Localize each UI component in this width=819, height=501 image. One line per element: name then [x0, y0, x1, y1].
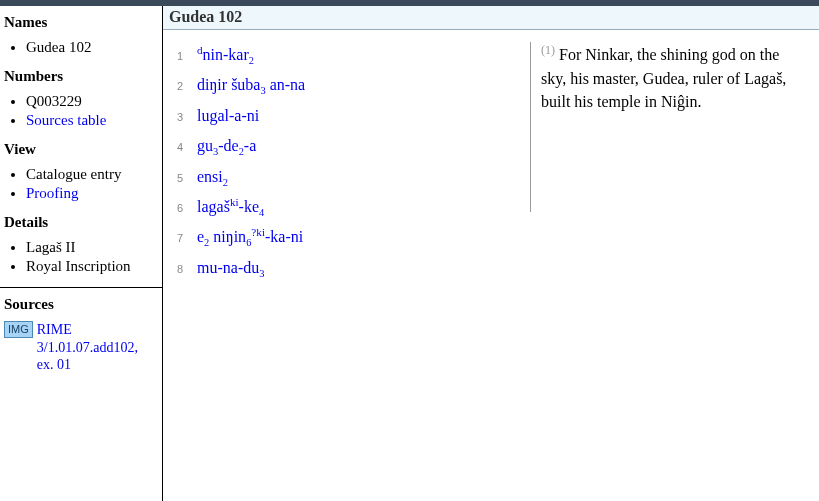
line-number: 4: [169, 137, 197, 158]
translit-text[interactable]: dnin-kar2: [197, 40, 254, 70]
translation-text: For Ninkar, the shining god on the sky, …: [541, 46, 786, 109]
translit-text[interactable]: ensi2: [197, 162, 228, 192]
translit-row: 3lugal-a-ni: [169, 101, 530, 131]
translit-text[interactable]: e2 niŋin6?ki-ka-ni: [197, 222, 303, 252]
translit-text[interactable]: lagaški-ke4: [197, 192, 264, 222]
details-item: Lagaš II: [26, 239, 156, 256]
line-number: 5: [169, 168, 197, 189]
translit-text[interactable]: gu3-de2-a: [197, 131, 256, 161]
translation-column: (1)For Ninkar, the shining god on the sk…: [533, 40, 817, 501]
translit-text[interactable]: diŋir šuba3 an-na: [197, 70, 305, 100]
names-list: Gudea 102: [4, 39, 156, 56]
line-number: 1: [169, 46, 197, 67]
view-item: Proofing: [26, 185, 156, 202]
translit-text[interactable]: mu-na-du3: [197, 253, 264, 283]
main: Gudea 102 1dnin-kar22diŋir šuba3 an-na3l…: [163, 6, 819, 501]
source-link[interactable]: RIME 3/1.01.07.add102, ex. 01: [37, 321, 156, 374]
view-list: Catalogue entry Proofing: [4, 166, 156, 202]
translit-row: 6lagaški-ke4: [169, 192, 530, 222]
img-badge[interactable]: IMG: [4, 321, 33, 338]
numbers-item: Q003229: [26, 93, 156, 110]
view-heading: View: [4, 141, 156, 158]
line-number: 3: [169, 107, 197, 128]
sidebar: Names Gudea 102 Numbers Q003229 Sources …: [0, 6, 163, 501]
sources-table-link[interactable]: Sources table: [26, 112, 106, 128]
details-list: Lagaš II Royal Inscription: [4, 239, 156, 275]
line-number: 7: [169, 228, 197, 249]
translation-marker: (1): [541, 43, 555, 57]
translit-row: 8mu-na-du3: [169, 253, 530, 283]
sidebar-divider: [0, 287, 162, 288]
translit-text[interactable]: lugal-a-ni: [197, 101, 259, 131]
details-heading: Details: [4, 214, 156, 231]
doc-title-bar: Gudea 102: [163, 6, 819, 30]
view-item: Catalogue entry: [26, 166, 156, 183]
source-row: IMG RIME 3/1.01.07.add102, ex. 01: [4, 321, 156, 374]
line-number: 8: [169, 259, 197, 280]
proofing-link[interactable]: Proofing: [26, 185, 79, 201]
details-item: Royal Inscription: [26, 258, 156, 275]
translit-row: 1dnin-kar2: [169, 40, 530, 70]
column-separator: [530, 42, 531, 212]
layout: Names Gudea 102 Numbers Q003229 Sources …: [0, 6, 819, 501]
transliteration-column: 1dnin-kar22diŋir šuba3 an-na3lugal-a-ni4…: [165, 40, 530, 501]
line-number: 6: [169, 198, 197, 219]
translit-row: 2diŋir šuba3 an-na: [169, 70, 530, 100]
numbers-list: Q003229 Sources table: [4, 93, 156, 129]
names-heading: Names: [4, 14, 156, 31]
names-item: Gudea 102: [26, 39, 156, 56]
translit-row: 7e2 niŋin6?ki-ka-ni: [169, 222, 530, 252]
line-number: 2: [169, 76, 197, 97]
numbers-heading: Numbers: [4, 68, 156, 85]
numbers-item: Sources table: [26, 112, 156, 129]
content: 1dnin-kar22diŋir šuba3 an-na3lugal-a-ni4…: [163, 30, 819, 501]
translit-row: 4gu3-de2-a: [169, 131, 530, 161]
translit-row: 5ensi2: [169, 162, 530, 192]
sources-heading: Sources: [4, 296, 156, 313]
